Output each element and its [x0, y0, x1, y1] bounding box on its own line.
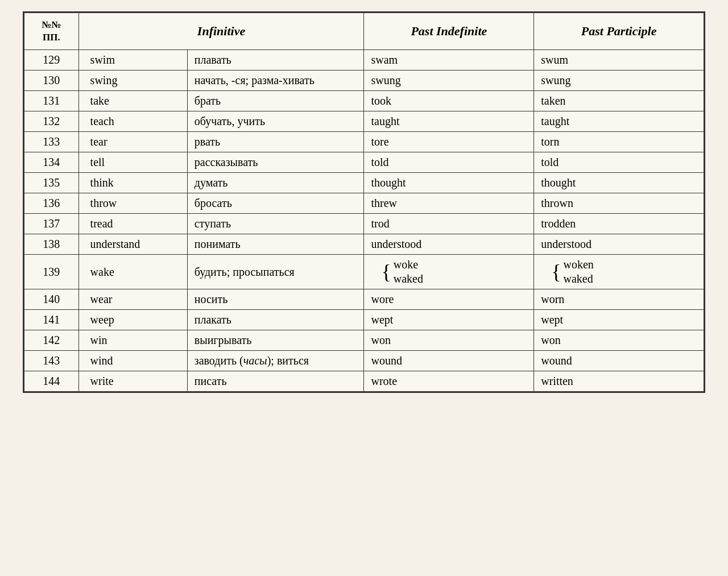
- infinitive-english: weep: [78, 310, 187, 330]
- infinitive-english: teach: [78, 111, 187, 132]
- table-row: 133tearрватьtoretorn: [24, 132, 704, 152]
- past-indefinite: wept: [364, 310, 534, 330]
- past-participle: thought: [534, 173, 704, 193]
- infinitive-russian: плавать: [187, 50, 364, 71]
- past-indefinite: swung: [364, 71, 534, 91]
- row-number: 131: [24, 91, 79, 111]
- infinitive-english: think: [78, 173, 187, 193]
- row-number: 138: [24, 234, 79, 255]
- past-indefinite-brace: {wokewaked: [364, 255, 534, 289]
- table-row: 139wakeбудить; просыпаться{wokewaked{wok…: [24, 255, 704, 289]
- row-number: 130: [24, 71, 79, 91]
- row-number: 139: [24, 255, 79, 289]
- infinitive-russian: понимать: [187, 234, 364, 255]
- infinitive-russian: ступать: [187, 214, 364, 234]
- past-participle: worn: [534, 289, 704, 310]
- table-row: 143windзаводить (часы); витьсяwoundwound: [24, 351, 704, 371]
- past-participle: torn: [534, 132, 704, 152]
- header-past-indefinite: Past Indefinite: [364, 13, 534, 50]
- table-row: 137treadступатьtrodtrodden: [24, 214, 704, 234]
- row-number: 141: [24, 310, 79, 330]
- past-indefinite: wrote: [364, 371, 534, 392]
- infinitive-english: wear: [78, 289, 187, 310]
- table-row: 130swingначать, -ся; разма-хиватьswungsw…: [24, 71, 704, 91]
- infinitive-russian: заводить (часы); виться: [187, 351, 364, 371]
- infinitive-english: tell: [78, 152, 187, 173]
- infinitive-english: wind: [78, 351, 187, 371]
- table-row: 129swimплаватьswamswum: [24, 50, 704, 71]
- past-participle: told: [534, 152, 704, 173]
- table-row: 136throwбросатьthrewthrown: [24, 193, 704, 214]
- infinitive-english: write: [78, 371, 187, 392]
- past-participle: swung: [534, 71, 704, 91]
- row-number: 144: [24, 371, 79, 392]
- past-participle: won: [534, 330, 704, 351]
- past-indefinite: told: [364, 152, 534, 173]
- table-row: 134tellрассказыватьtoldtold: [24, 152, 704, 173]
- past-indefinite: wore: [364, 289, 534, 310]
- table-row: 140wearноситьworeworn: [24, 289, 704, 310]
- infinitive-russian: обучать, учить: [187, 111, 364, 132]
- infinitive-russian: бросать: [187, 193, 364, 214]
- infinitive-english: swing: [78, 71, 187, 91]
- infinitive-russian: начать, -ся; разма-хивать: [187, 71, 364, 91]
- infinitive-russian: рассказывать: [187, 152, 364, 173]
- infinitive-english: tread: [78, 214, 187, 234]
- past-participle: swum: [534, 50, 704, 71]
- infinitive-english: take: [78, 91, 187, 111]
- past-participle: thrown: [534, 193, 704, 214]
- past-indefinite: swam: [364, 50, 534, 71]
- row-number: 133: [24, 132, 79, 152]
- table-row: 138understandпониматьunderstoodunderstoo…: [24, 234, 704, 255]
- past-participle-brace: {wokenwaked: [534, 255, 704, 289]
- infinitive-russian: носить: [187, 289, 364, 310]
- past-indefinite: taught: [364, 111, 534, 132]
- row-number: 129: [24, 50, 79, 71]
- infinitive-russian: рвать: [187, 132, 364, 152]
- past-indefinite: thought: [364, 173, 534, 193]
- past-participle: taught: [534, 111, 704, 132]
- past-indefinite: threw: [364, 193, 534, 214]
- infinitive-russian: выигрывать: [187, 330, 364, 351]
- past-participle: taken: [534, 91, 704, 111]
- past-form-1: woke: [394, 258, 423, 271]
- past-participle: understood: [534, 234, 704, 255]
- past-indefinite: tore: [364, 132, 534, 152]
- infinitive-english: swim: [78, 50, 187, 71]
- infinitive-english: wake: [78, 255, 187, 289]
- infinitive-russian: писать: [187, 371, 364, 392]
- table-row: 131takeбратьtooktaken: [24, 91, 704, 111]
- row-number: 140: [24, 289, 79, 310]
- table-row: 142winвыигрыватьwonwon: [24, 330, 704, 351]
- table-row: 141weepплакатьweptwept: [24, 310, 704, 330]
- past-indefinite: took: [364, 91, 534, 111]
- irregular-verbs-table: №№ПП. Infinitive Past Indefinite Past Pa…: [24, 13, 704, 392]
- past-form-2: waked: [394, 272, 423, 285]
- past-indefinite: won: [364, 330, 534, 351]
- row-number: 132: [24, 111, 79, 132]
- infinitive-english: throw: [78, 193, 187, 214]
- infinitive-russian: брать: [187, 91, 364, 111]
- row-number: 142: [24, 330, 79, 351]
- brace-icon: {: [551, 262, 561, 282]
- past-indefinite: understood: [364, 234, 534, 255]
- past-participle: written: [534, 371, 704, 392]
- table-row: 135thinkдуматьthoughtthought: [24, 173, 704, 193]
- row-number: 137: [24, 214, 79, 234]
- main-table-wrapper: №№ПП. Infinitive Past Indefinite Past Pa…: [23, 11, 705, 393]
- row-number: 143: [24, 351, 79, 371]
- participle-form-1: woken: [564, 258, 594, 271]
- past-participle: trodden: [534, 214, 704, 234]
- header-infinitive: Infinitive: [78, 13, 364, 50]
- participle-form-2: waked: [564, 272, 594, 285]
- row-number: 135: [24, 173, 79, 193]
- table-row: 132teachобучать, учитьtaughttaught: [24, 111, 704, 132]
- past-participle: wept: [534, 310, 704, 330]
- infinitive-english: win: [78, 330, 187, 351]
- infinitive-english: tear: [78, 132, 187, 152]
- header-num: №№ПП.: [24, 13, 79, 50]
- past-participle: wound: [534, 351, 704, 371]
- infinitive-english: understand: [78, 234, 187, 255]
- past-indefinite: trod: [364, 214, 534, 234]
- infinitive-russian: плакать: [187, 310, 364, 330]
